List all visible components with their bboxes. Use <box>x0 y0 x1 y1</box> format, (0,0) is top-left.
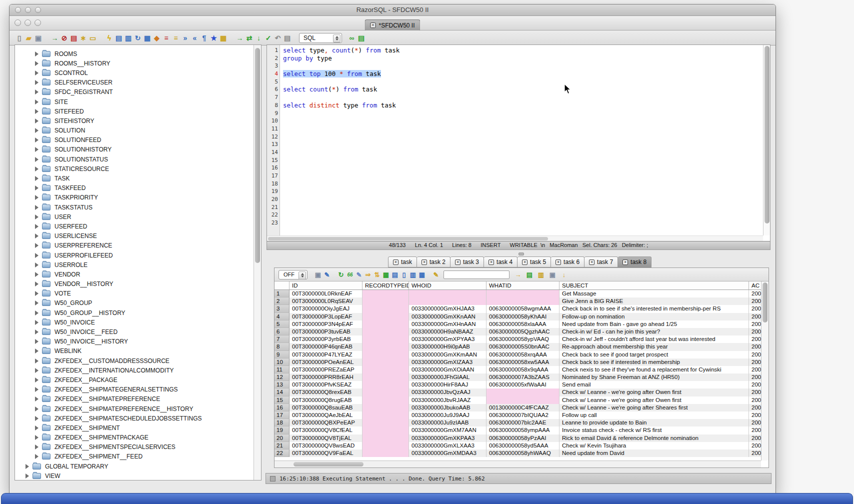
code-line-8[interactable]: select distinct type from task <box>283 102 763 110</box>
close-result-tab-icon[interactable]: × <box>488 260 494 265</box>
disclosure-triangle-icon[interactable] <box>35 454 38 459</box>
tree-item-w50-invoice-history[interactable]: W50_INVOICE__HISTORY <box>15 337 254 346</box>
cell-whatid[interactable]: 006300000058xw5AAA <box>486 358 560 366</box>
cell-id[interactable]: 00T3000000OiyJgEAJ <box>290 305 362 312</box>
disclosure-triangle-icon[interactable] <box>35 330 38 334</box>
disclosure-triangle-icon[interactable] <box>35 90 38 94</box>
disclosure-triangle-icon[interactable] <box>35 426 38 430</box>
tree-item-sfdc-registrant[interactable]: SFDC_REGISTRANT <box>15 88 254 97</box>
tree-item-zkfedex-internationalcommodity[interactable]: ZKFEDEX__INTERNATIONALCOMMODITY <box>15 366 254 375</box>
disclosure-triangle-icon[interactable] <box>35 300 38 306</box>
favorites-icon[interactable]: ★ <box>209 33 218 42</box>
disclosure-triangle-icon[interactable] <box>35 186 38 190</box>
row-number-cell[interactable]: 11 <box>274 366 290 374</box>
disconnect-icon[interactable]: ⊘ <box>60 33 69 42</box>
disclosure-triangle-icon[interactable] <box>35 387 38 392</box>
disclosure-triangle-icon[interactable] <box>35 262 38 268</box>
cell-recordtypeid[interactable] <box>362 343 409 350</box>
cell-whatid[interactable]: 006300000058ympAAA <box>486 426 560 434</box>
disclosure-triangle-icon[interactable] <box>35 272 38 277</box>
code-line-1[interactable]: select type, count(*) from task <box>283 46 763 54</box>
edit-cell-icon[interactable]: ✎ <box>354 270 364 279</box>
cell-whatid[interactable]: 00630000007bIQUAA2 <box>486 412 560 419</box>
code-line-10[interactable] <box>283 117 763 125</box>
row-number-cell[interactable]: 21 <box>274 442 290 450</box>
disclosure-triangle-icon[interactable] <box>26 464 29 469</box>
cell-ac[interactable]: 200 <box>749 336 761 343</box>
row-number-cell[interactable]: 7 <box>274 336 290 343</box>
code-line-21[interactable] <box>283 204 763 212</box>
column-header-whatid[interactable]: WHATID <box>486 282 560 290</box>
cell-recordtypeid[interactable] <box>362 419 409 426</box>
result-tab-task-7[interactable]: ×task 7 <box>584 256 618 268</box>
cell-recordtypeid[interactable] <box>362 404 409 412</box>
view-cell-icon[interactable]: 66 <box>346 270 354 279</box>
row-number-cell[interactable]: 5 <box>274 320 290 328</box>
log-page-icon[interactable]: ▤ <box>282 33 292 42</box>
cell-whatid[interactable]: 006300000058yKhAAI <box>486 313 560 320</box>
disclosure-triangle-icon[interactable] <box>35 378 38 382</box>
tree-item-solutionhistory[interactable]: SOLUTIONHISTORY <box>15 145 254 154</box>
commit-icon[interactable]: ✓ <box>264 33 273 42</box>
results-horizontal-scrollbar[interactable] <box>274 460 761 468</box>
cell-whoid[interactable]: 0033000000JbvQzAAJ <box>409 388 486 396</box>
download-results-icon[interactable]: ↓ <box>560 270 568 279</box>
tree-item-userlicense[interactable]: USERLICENSE <box>15 232 254 241</box>
code-line-6[interactable]: select count(*) from task <box>283 86 763 94</box>
cell-recordtypeid[interactable] <box>362 298 409 305</box>
cell-recordtypeid[interactable] <box>362 336 409 343</box>
row-number-cell[interactable]: 4 <box>274 313 290 320</box>
tree-item-sitehistory[interactable]: SITEHISTORY <box>15 116 254 126</box>
column-header-whoid[interactable]: WHOID <box>409 282 486 290</box>
cell-recordtypeid[interactable] <box>362 313 409 320</box>
row-number-cell[interactable]: 1 <box>274 290 290 298</box>
cell-id[interactable]: 00T3000000P3N4pEAF <box>290 320 362 328</box>
disclosure-triangle-icon[interactable] <box>35 243 38 248</box>
find-next-icon[interactable]: → <box>514 270 522 279</box>
cell-id[interactable]: 00T3000000QV8TjEAL <box>290 434 362 442</box>
cell-whoid[interactable]: 0033000000GmXMDAA3 <box>409 450 486 457</box>
code-line-15[interactable] <box>283 156 763 164</box>
cell-subject[interactable]: Check back to see if good target prospec… <box>560 351 749 358</box>
splitter-handle[interactable] <box>518 252 524 256</box>
row-number-cell[interactable]: 3 <box>274 305 290 312</box>
tree-item-vendor[interactable]: VENDOR <box>15 270 254 279</box>
cell-recordtypeid[interactable] <box>362 396 409 404</box>
result-tab-task-8[interactable]: ×task 8 <box>618 256 652 268</box>
disclosure-triangle-icon[interactable] <box>35 416 38 421</box>
tree-item-global-temporary[interactable]: GLOBAL TEMPORARY <box>15 462 254 471</box>
tree-item-sitefeed[interactable]: SITEFEED <box>15 106 254 116</box>
close-result-tab-icon[interactable]: × <box>622 260 628 265</box>
disclosure-triangle-icon[interactable] <box>35 368 38 373</box>
create-object-icon[interactable]: ∗ <box>78 33 88 42</box>
code-line-12[interactable] <box>283 133 763 141</box>
disclosure-triangle-icon[interactable] <box>35 435 38 440</box>
cell-subject[interactable]: Need update from David <box>560 450 749 457</box>
cell-ac[interactable]: 200 <box>749 313 761 320</box>
transpose-icon[interactable]: ▦ <box>418 270 426 279</box>
cell-subject[interactable]: Check w/ Kevin Tsujihara <box>560 442 749 450</box>
cell-whoid[interactable]: 0033000000JFhGlAAL <box>409 374 486 381</box>
cell-ac[interactable]: 200 <box>749 290 761 298</box>
tree-item-zkfedex-shipmatepreference[interactable]: ZKFEDEX__SHIPMATEPREFERENCE <box>15 394 254 404</box>
cell-recordtypeid[interactable] <box>362 358 409 366</box>
code-line-4[interactable]: select top 100 * from task <box>283 70 763 78</box>
tree-item-taskstatus[interactable]: TASKSTATUS <box>15 202 254 212</box>
cell-whoid[interactable]: 0033000000GmXKPAA3 <box>409 434 486 442</box>
row-number-cell[interactable]: 13 <box>274 381 290 388</box>
cell-recordtypeid[interactable] <box>362 450 409 457</box>
sql-mode-select[interactable]: SQL <box>299 33 342 43</box>
inner-zoom-icon[interactable] <box>34 20 41 26</box>
cell-id[interactable]: 00T3000000QAeJbEAL <box>290 412 362 419</box>
disclosure-triangle-icon[interactable] <box>35 348 38 354</box>
code-line-22[interactable] <box>283 211 763 219</box>
new-file-icon[interactable]: ▯ <box>14 33 24 42</box>
indent-icon[interactable]: » <box>180 33 190 42</box>
editor-vscroll-thumb[interactable] <box>764 46 770 224</box>
code-line-18[interactable] <box>283 180 763 188</box>
sort-rows-icon[interactable]: ⇅ <box>372 270 382 279</box>
cell-id[interactable]: 00T3000000P3LopEAF <box>290 313 362 320</box>
disclosure-triangle-icon[interactable] <box>35 205 38 210</box>
database-icon[interactable]: ▭ <box>88 33 98 42</box>
cell-subject[interactable]: Re-approach about membership this year <box>560 343 749 350</box>
